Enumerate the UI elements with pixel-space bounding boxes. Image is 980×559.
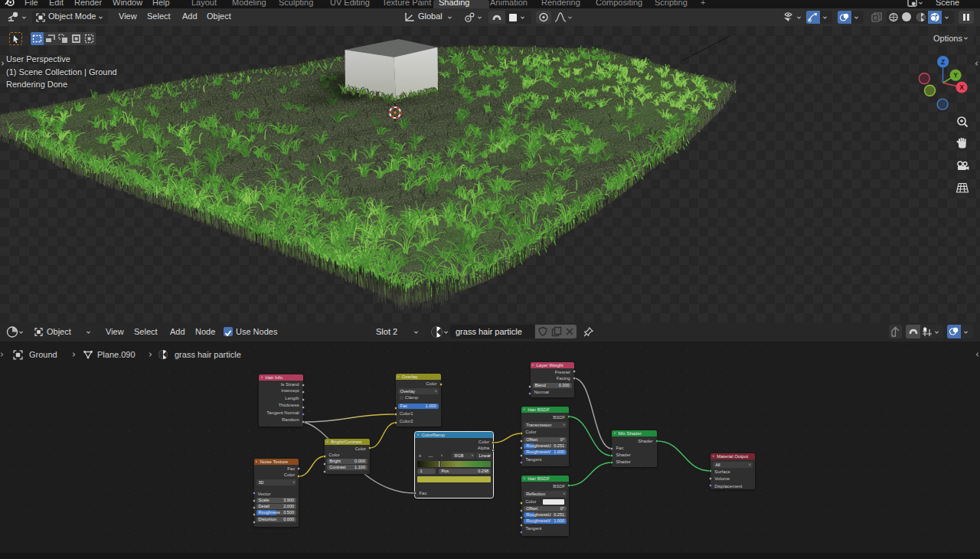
svg-text:Y: Y xyxy=(953,71,958,79)
svg-text:X: X xyxy=(959,83,964,91)
svg-text:Z: Z xyxy=(941,58,945,66)
